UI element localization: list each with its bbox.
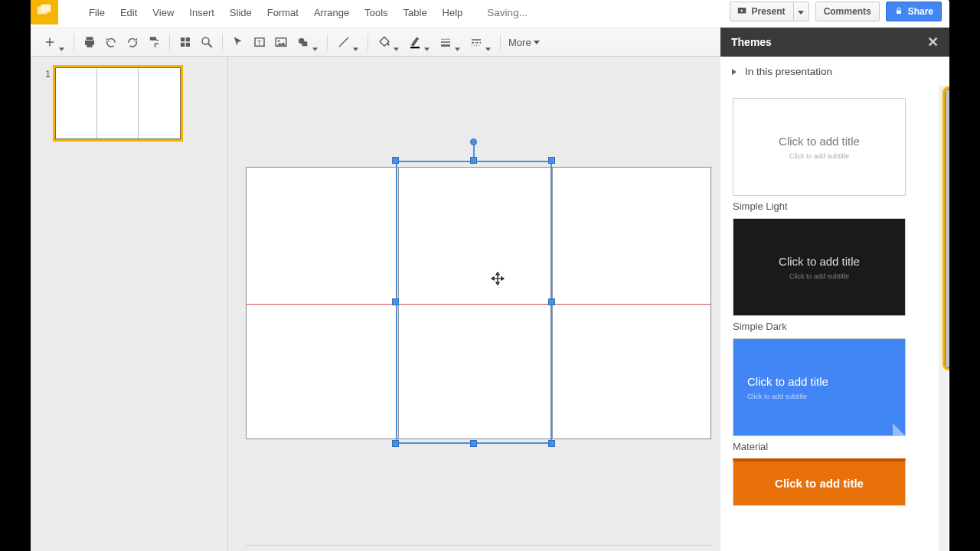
menu-file[interactable]: File: [81, 2, 113, 23]
svg-rect-24: [410, 47, 420, 48]
undo-button[interactable]: [102, 33, 120, 51]
svg-rect-8: [186, 37, 190, 41]
present-dropdown[interactable]: [794, 2, 809, 21]
svg-point-22: [387, 44, 390, 46]
menu-insert[interactable]: Insert: [181, 2, 222, 23]
theme-card-simple-dark: Click to add title Click to add subtitle…: [733, 218, 937, 332]
theme-thumb-title: Click to add title: [779, 255, 860, 268]
menu-view[interactable]: View: [145, 2, 181, 23]
close-icon[interactable]: ✕: [927, 34, 939, 51]
textbox-tool[interactable]: T: [250, 33, 269, 51]
lock-icon: [894, 6, 908, 18]
svg-marker-33: [485, 47, 491, 51]
comments-button[interactable]: Comments: [815, 2, 880, 21]
resize-handle-e[interactable]: [548, 298, 555, 305]
slide-thumbnail-image[interactable]: [55, 67, 181, 139]
rotate-handle[interactable]: [470, 139, 477, 145]
menu-tools[interactable]: Tools: [357, 2, 395, 23]
separator: [169, 34, 170, 51]
present-button[interactable]: Present: [730, 2, 794, 21]
zoom-button[interactable]: [198, 33, 216, 51]
selection-box[interactable]: [396, 161, 552, 444]
canvas-footer: [246, 545, 713, 549]
theme-card-material: Click to add title Click to add subtitle…: [733, 338, 937, 452]
image-tool[interactable]: [272, 33, 290, 51]
scrollbar-thumb[interactable]: [945, 89, 949, 368]
themes-section-header[interactable]: In this presentation: [720, 57, 949, 86]
theme-label: Simple Dark: [733, 321, 937, 332]
svg-line-20: [339, 37, 348, 47]
menu-table[interactable]: Table: [396, 2, 435, 23]
menu-items: File Edit View Insert Slide Format Arran…: [81, 2, 528, 23]
separator: [327, 34, 328, 51]
more-button[interactable]: More: [505, 37, 543, 48]
slide-thumbnail-panel: 1: [31, 57, 228, 551]
caret-down-icon: [485, 41, 491, 44]
svg-marker-34: [732, 69, 737, 75]
menu-arrange[interactable]: Arrange: [306, 2, 357, 23]
resize-handle-se[interactable]: [548, 440, 555, 447]
theme-thumbnail[interactable]: Click to add title Click to add subtitle: [733, 218, 906, 316]
theme-thumb-sub: Click to add subtitle: [789, 272, 849, 280]
resize-handle-sw[interactable]: [392, 440, 399, 447]
resize-handle-ne[interactable]: [548, 157, 555, 164]
theme-thumbnail[interactable]: Click to add title Click to add subtitle: [733, 338, 906, 436]
theme-label: Material: [733, 441, 937, 452]
menu-slide[interactable]: Slide: [222, 2, 260, 23]
svg-rect-18: [302, 41, 308, 46]
app-logo[interactable]: [31, 0, 58, 24]
line-tool[interactable]: [334, 33, 361, 51]
slide-number: 1: [37, 67, 51, 80]
menu-format[interactable]: Format: [260, 2, 306, 23]
themes-body: Click to add title Click to add subtitle…: [720, 86, 949, 551]
menubar: File Edit View Insert Slide Format Arran…: [31, 0, 949, 24]
resize-handle-nw[interactable]: [392, 157, 399, 164]
resize-handle-n[interactable]: [470, 157, 477, 164]
svg-line-12: [208, 44, 212, 47]
theme-thumbnail[interactable]: Click to add title Click to add subtitle: [733, 98, 906, 196]
fill-color-button[interactable]: [374, 33, 402, 51]
page-curl-icon: [893, 423, 905, 435]
themes-sidebar: Themes ✕ In this presentation Click to a…: [720, 28, 949, 551]
line-color-button[interactable]: [405, 33, 433, 51]
select-tool[interactable]: [229, 33, 247, 51]
menu-edit[interactable]: Edit: [113, 2, 145, 23]
present-button-label: Present: [752, 6, 786, 17]
triangle-right-icon: [731, 66, 745, 77]
svg-marker-19: [312, 47, 318, 51]
shape-tool[interactable]: [293, 33, 321, 51]
slide-thumbnail[interactable]: 1: [37, 67, 221, 139]
menu-help[interactable]: Help: [435, 2, 471, 23]
svg-rect-1: [41, 5, 51, 12]
separator: [368, 34, 368, 51]
canvas-area[interactable]: [228, 57, 720, 551]
line-dash-button[interactable]: [466, 33, 494, 51]
theme-thumb-sub: Click to add subtitle: [747, 393, 807, 400]
caret-down-icon: [424, 41, 430, 44]
redo-button[interactable]: [123, 33, 142, 51]
theme-thumb-title: Click to add title: [779, 135, 860, 148]
svg-marker-23: [394, 47, 399, 51]
svg-marker-4: [798, 11, 804, 15]
theme-thumbnail[interactable]: Click to add title: [733, 458, 906, 506]
new-slide-button[interactable]: [40, 33, 67, 51]
caret-down-icon: [798, 6, 804, 17]
theme-thumb-sub: Click to add subtitle: [789, 152, 849, 160]
separator: [500, 34, 501, 51]
resize-handle-s[interactable]: [470, 440, 477, 447]
themes-scrollbar[interactable]: [939, 86, 948, 551]
svg-rect-7: [181, 37, 185, 41]
more-label: More: [508, 37, 531, 48]
paint-format-button[interactable]: [145, 33, 163, 51]
caret-down-icon: [394, 41, 399, 44]
themes-title: Themes: [731, 36, 772, 48]
line-weight-button[interactable]: [436, 33, 463, 51]
caret-down-icon: [455, 41, 460, 44]
svg-point-16: [278, 40, 280, 42]
zoom-fit-button[interactable]: [176, 33, 194, 51]
print-button[interactable]: [80, 33, 99, 51]
svg-rect-10: [186, 43, 190, 47]
share-button[interactable]: Share: [886, 2, 942, 21]
resize-handle-w[interactable]: [392, 298, 399, 305]
caret-down-icon: [312, 41, 318, 44]
